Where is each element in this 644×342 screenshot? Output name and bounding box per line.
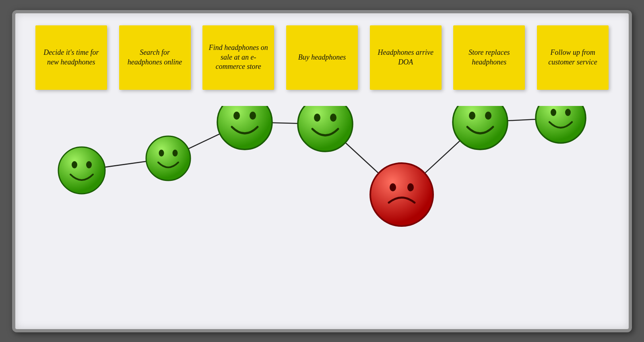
svg-point-19 xyxy=(407,183,414,191)
face-3-happy-green xyxy=(217,106,272,149)
svg-point-11 xyxy=(250,112,256,120)
svg-point-6 xyxy=(159,149,164,156)
svg-point-27 xyxy=(565,109,571,116)
svg-point-22 xyxy=(469,112,475,120)
svg-point-3 xyxy=(86,161,92,168)
svg-point-7 xyxy=(173,149,178,156)
svg-point-26 xyxy=(551,109,556,116)
note-replace: Store replaces headphones xyxy=(453,25,525,90)
face-4-happy-green xyxy=(298,106,353,151)
note-followup: Follow up from customer service xyxy=(537,25,609,90)
svg-point-23 xyxy=(485,112,491,120)
note-buy: Buy headphones xyxy=(286,25,358,90)
notes-row: Decide it's time for new headphones Sear… xyxy=(15,13,629,90)
face-5-sad-red xyxy=(370,163,433,226)
svg-point-10 xyxy=(233,112,240,120)
svg-point-8 xyxy=(217,106,272,149)
svg-point-15 xyxy=(330,114,336,122)
svg-point-18 xyxy=(390,183,396,191)
svg-point-24 xyxy=(536,106,586,143)
note-search: Search for headphones online xyxy=(119,25,191,90)
face-6-happy-green xyxy=(453,106,508,149)
main-frame: Decide it's time for new headphones Sear… xyxy=(12,10,632,332)
svg-point-14 xyxy=(314,114,320,122)
chart-svg xyxy=(15,106,632,332)
svg-point-2 xyxy=(72,161,77,168)
svg-point-20 xyxy=(453,106,508,149)
note-doa: Headphones arrive DOA xyxy=(370,25,442,90)
svg-point-12 xyxy=(298,106,353,151)
face-2-happy-green xyxy=(146,136,190,180)
note-decide: Decide it's time for new headphones xyxy=(35,25,107,90)
face-1-happy-green xyxy=(58,147,105,194)
face-7-happy-green xyxy=(536,106,586,143)
note-find: Find headphones on sale at an e-commerce… xyxy=(202,25,274,90)
